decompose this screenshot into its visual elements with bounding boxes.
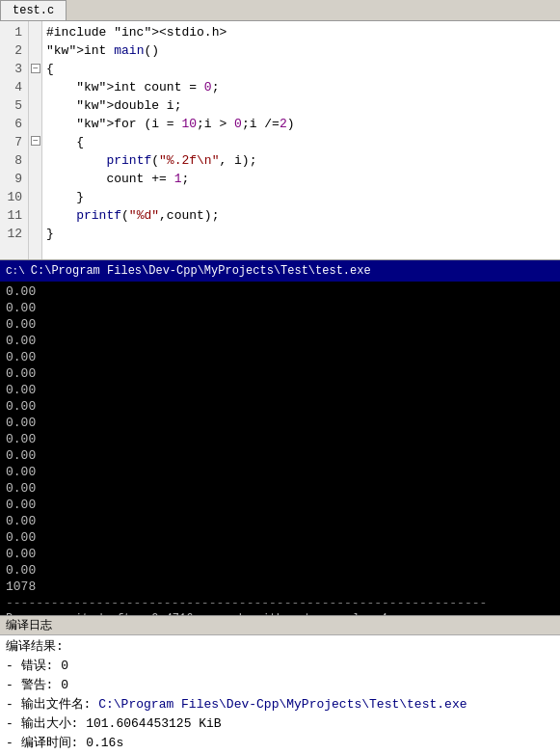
tab-bar: test.c xyxy=(0,0,560,21)
log-time-value: 0.16s xyxy=(86,734,123,753)
terminal-wrapper: C:\ C:\Program Files\Dev-Cpp\MyProjects\… xyxy=(0,260,560,615)
log-size-line: - 输出大小: 101.6064453125 KiB xyxy=(6,714,554,734)
code-content[interactable]: #include "inc"><stdio.h>"kw">int main(){… xyxy=(42,21,560,259)
log-warnings-line: - 警告: 0 xyxy=(6,676,554,695)
log-output-label: - 输出文件名: xyxy=(6,695,98,714)
fold-area: −− xyxy=(29,21,42,259)
log-errors-line: - 错误: 0 xyxy=(6,657,554,676)
log-errors-label: - 错误: xyxy=(6,657,61,676)
line-numbers: 123456789101112 xyxy=(0,21,29,259)
log-errors-value: 0 xyxy=(61,657,68,676)
log-warnings-label: - 警告: xyxy=(6,676,61,695)
log-section1-label: 编译日志 xyxy=(6,617,52,633)
log-time-label: - 编译时间: xyxy=(6,734,86,753)
log-output-path: C:\Program Files\Dev-Cpp\MyProjects\Test… xyxy=(98,695,467,714)
log-area: 编译日志 编译结果: - 错误: 0 - 警告: 0 - 输出文件名: C:\P… xyxy=(0,615,560,754)
tab-test-c[interactable]: test.c xyxy=(0,0,67,20)
log-output-line: - 输出文件名: C:\Program Files\Dev-Cpp\MyProj… xyxy=(6,695,554,714)
code-editor: 123456789101112 −− #include "inc"><stdio… xyxy=(0,21,560,260)
log-header-compilelog: 编译日志 xyxy=(0,616,560,635)
tab-label: test.c xyxy=(13,4,54,17)
terminal-body[interactable]: 0.000.000.000.000.000.000.000.000.000.00… xyxy=(0,282,560,615)
terminal-titlebar: C:\ C:\Program Files\Dev-Cpp\MyProjects\… xyxy=(0,260,560,282)
log-section2-label: 编译结果: xyxy=(6,637,64,657)
log-time-line: - 编译时间: 0.16s xyxy=(6,734,554,753)
log-compile-result-line: 编译结果: xyxy=(6,637,554,657)
log-content: 编译结果: - 错误: 0 - 警告: 0 - 输出文件名: C:\Progra… xyxy=(0,635,560,754)
log-size-value: 101.6064453125 KiB xyxy=(86,714,221,734)
terminal-icon: C:\ xyxy=(6,265,25,277)
log-warnings-value: 0 xyxy=(61,676,68,695)
terminal-title: C:\Program Files\Dev-Cpp\MyProjects\Test… xyxy=(31,264,371,278)
log-size-label: - 输出大小: xyxy=(6,714,86,734)
